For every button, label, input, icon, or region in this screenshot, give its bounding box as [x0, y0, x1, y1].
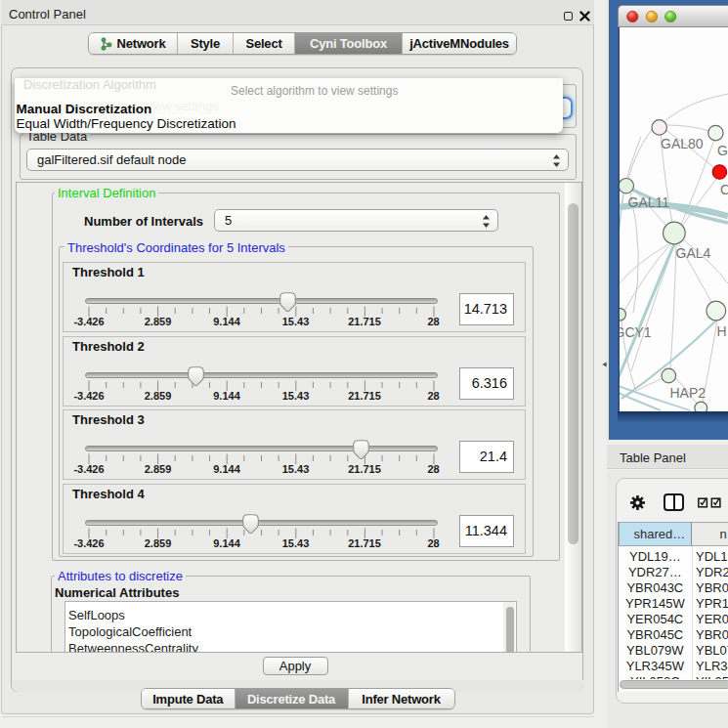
svg-text:C: C — [720, 182, 728, 197]
svg-text:H: H — [717, 323, 727, 339]
svg-text:HAP2: HAP2 — [670, 385, 707, 401]
svg-text:GAL80: GAL80 — [661, 136, 704, 151]
svg-text:GAL11: GAL11 — [628, 194, 670, 210]
svg-text:GAL4: GAL4 — [676, 245, 711, 261]
svg-text:GA: GA — [717, 143, 728, 158]
svg-text:GCY1: GCY1 — [620, 324, 652, 340]
